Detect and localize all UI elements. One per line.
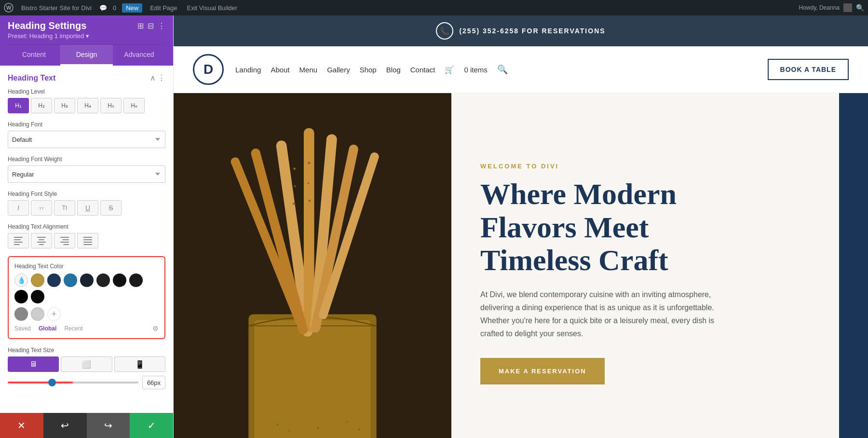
nav-contact[interactable]: Contact <box>410 66 435 74</box>
align-right-btn[interactable] <box>54 233 75 248</box>
mobile-device-btn[interactable]: 📱 <box>114 356 165 372</box>
svg-rect-4 <box>254 320 370 438</box>
color-swatch-light-gray[interactable] <box>31 307 44 321</box>
tab-content[interactable]: Content <box>8 45 60 66</box>
svg-point-16 <box>308 162 310 164</box>
search-button[interactable]: 🔍 <box>497 64 508 75</box>
heading-font-weight-group: Heading Font Weight Regular <box>8 156 165 183</box>
site-name-link[interactable]: Bistro Starter Site for Divi <box>19 4 94 12</box>
color-swatch-gold[interactable] <box>31 274 44 287</box>
hero-content: WELCOME TO DIVI Where Modern Flavors Mee… <box>451 93 868 438</box>
svg-point-15 <box>293 203 295 205</box>
admin-search-icon[interactable]: 🔍 <box>856 4 864 12</box>
more-options-icon[interactable]: ⋮ <box>158 21 165 30</box>
tablet-device-btn[interactable]: ⬜ <box>61 356 112 372</box>
heading-text-alignment-label: Heading Text Alignment <box>8 223 165 230</box>
heading-text-size-section: Heading Text Size 🖥 ⬜ 📱 66px <box>8 347 165 389</box>
heading-text-size-label: Heading Text Size <box>8 347 165 354</box>
book-table-button[interactable]: BOOK A TABLE <box>768 59 849 80</box>
size-slider[interactable] <box>8 382 138 383</box>
dark-bg-pattern <box>839 93 868 438</box>
save-button[interactable]: ✓ <box>130 413 173 438</box>
nav-landing[interactable]: Landing <box>235 66 261 74</box>
color-swatches: 💧 <box>14 274 159 303</box>
preset-label[interactable]: Preset: Heading 1 imported ▾ <box>8 32 165 40</box>
size-value: 66px <box>142 376 165 389</box>
underline-btn[interactable]: U <box>77 200 98 216</box>
add-color-btn[interactable]: + <box>47 307 61 321</box>
hero-heading-line3: Timeless Craft <box>480 244 668 276</box>
capitalize-btn[interactable]: Tt <box>54 200 75 216</box>
heading-h3-btn[interactable]: H₃ <box>54 98 75 113</box>
sidebar-header-icons: ⊞ ⊟ ⋮ <box>137 21 165 30</box>
color-swatch-black3[interactable] <box>14 290 28 303</box>
undo-button[interactable]: ↩ <box>43 413 87 438</box>
tab-advanced[interactable]: Advanced <box>113 45 165 66</box>
responsive-icon[interactable]: ⊞ <box>137 21 144 30</box>
edit-page-link[interactable]: Edit Page <box>148 4 179 12</box>
heading-h1-btn[interactable]: H₁ <box>8 98 29 113</box>
desktop-device-btn[interactable]: 🖥 <box>8 356 59 372</box>
color-swatch-darkest[interactable] <box>31 290 44 303</box>
color-swatch-black2[interactable] <box>129 274 143 287</box>
cancel-button[interactable]: ✕ <box>0 413 43 438</box>
nav-shop[interactable]: Shop <box>360 66 377 74</box>
nav-about[interactable]: About <box>271 66 289 74</box>
cart-icon: 🛒 <box>445 65 454 74</box>
site-logo[interactable]: D <box>193 54 224 85</box>
heading-h5-btn[interactable]: H₅ <box>100 98 122 113</box>
color-swatch-gray[interactable] <box>14 307 28 321</box>
layout-icon[interactable]: ⊟ <box>148 21 154 30</box>
heading-h2-btn[interactable]: H₂ <box>31 98 52 113</box>
exit-vb-link[interactable]: Exit Visual Builder <box>185 4 240 12</box>
wordpress-logo: W <box>4 3 14 13</box>
heading-h4-btn[interactable]: H₄ <box>77 98 98 113</box>
eyedropper-btn[interactable]: 💧 <box>14 274 28 287</box>
heading-h6-btn[interactable]: H₆ <box>123 98 145 113</box>
color-tabs: Saved Global Recent ⚙ <box>14 325 159 332</box>
color-swatch-blue[interactable] <box>64 274 77 287</box>
color-swatch-black1[interactable] <box>113 274 126 287</box>
phone-text: (255) 352-6258 FOR RESERVATIONS <box>459 27 605 35</box>
redo-button[interactable]: ↪ <box>87 413 130 438</box>
heading-font-weight-select[interactable]: Regular <box>8 165 165 183</box>
heading-font-label: Heading Font <box>8 121 165 128</box>
color-settings-icon[interactable]: ⚙ <box>152 325 159 332</box>
svg-point-20 <box>288 430 290 432</box>
phone-icon: 📞 <box>436 22 453 40</box>
align-center-btn[interactable] <box>31 233 52 248</box>
color-swatch-navy[interactable] <box>80 274 94 287</box>
svg-point-19 <box>276 424 279 426</box>
hero-heading-line1: Where Modern <box>480 178 677 210</box>
all-caps-btn[interactable]: TT <box>31 200 52 216</box>
color-swatch-dark-blue[interactable] <box>47 274 61 287</box>
heading-level-buttons: H₁ H₂ H₃ H₄ H₅ H₆ <box>8 98 165 113</box>
tab-design[interactable]: Design <box>60 45 113 66</box>
nav-blog[interactable]: Blog <box>386 66 401 74</box>
content-area: 📞 (255) 352-6258 FOR RESERVATIONS D Land… <box>174 15 868 438</box>
italic-btn[interactable]: I <box>8 200 29 216</box>
color-tab-recent[interactable]: Recent <box>64 325 82 332</box>
heading-text-color-section: Heading Text Color 💧 + <box>8 256 165 339</box>
color-tab-global[interactable]: Global <box>39 325 56 332</box>
sidebar-title: Heading Settings <box>8 20 86 31</box>
reservation-button[interactable]: MAKE A RESERVATION <box>480 358 605 384</box>
nav-gallery[interactable]: Gallery <box>327 66 350 74</box>
new-link[interactable]: New <box>122 3 142 13</box>
color-swatch-very-dark[interactable] <box>96 274 110 287</box>
svg-point-23 <box>358 428 360 431</box>
hero-heading: Where Modern Flavors Meet Timeless Craft <box>480 178 839 276</box>
heading-font-select[interactable]: Default <box>8 131 165 148</box>
hero-section: WELCOME TO DIVI Where Modern Flavors Mee… <box>174 93 868 438</box>
section-menu-icon[interactable]: ⋮ <box>158 73 165 82</box>
align-left-btn[interactable] <box>8 233 29 248</box>
alignment-buttons <box>8 233 165 248</box>
color-tab-saved[interactable]: Saved <box>14 325 31 332</box>
nav-menu[interactable]: Menu <box>299 66 318 74</box>
sidebar: Heading Settings ⊞ ⊟ ⋮ Preset: Heading 1… <box>0 15 174 438</box>
collapse-icon[interactable]: ∧ <box>150 73 156 82</box>
align-justify-btn[interactable] <box>77 233 98 248</box>
strikethrough-btn[interactable]: S <box>100 200 122 216</box>
heading-font-weight-label: Heading Font Weight <box>8 156 165 163</box>
svg-point-13 <box>293 167 296 170</box>
